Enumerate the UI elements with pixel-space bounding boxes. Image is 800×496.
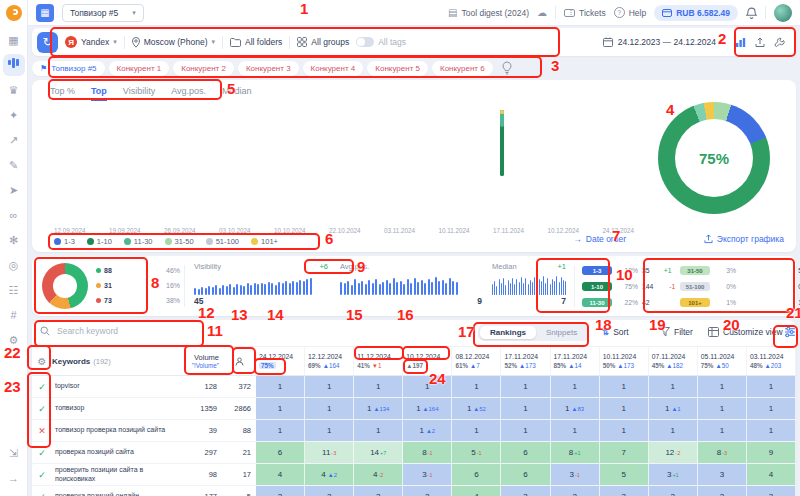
date-column-header[interactable]: 24.12.202475% (256, 347, 305, 375)
position-cell[interactable]: 3 (698, 464, 747, 485)
position-cell[interactable]: 3 (600, 486, 649, 496)
target-icon[interactable]: ◎ (3, 254, 25, 276)
position-cell[interactable]: 2 (403, 486, 452, 496)
position-cell[interactable]: 2 (256, 486, 305, 496)
position-cell[interactable]: 2 (551, 486, 600, 496)
rankings-chart-icon[interactable] (3, 54, 25, 76)
position-cell[interactable]: 1 (698, 376, 747, 397)
position-cell[interactable]: 1 (698, 398, 747, 419)
position-cell[interactable]: 8-1 (403, 442, 452, 463)
competitor-tab[interactable]: Конкурент 5 (367, 61, 428, 76)
visibility-panel[interactable]: Visibility+6 45 (194, 262, 328, 307)
position-cell[interactable]: 1▲83 (551, 398, 600, 419)
position-cell[interactable]: 8+1 (551, 442, 600, 463)
trends-icon[interactable]: ↗ (3, 129, 25, 151)
project-select[interactable]: Топвизор #5 ▾ (62, 4, 144, 22)
volume-column-header[interactable]: Volume "!Volume" (186, 347, 222, 375)
position-cell[interactable]: 14+7 (354, 442, 403, 463)
help-link[interactable]: ? Help (614, 7, 646, 18)
chart-tab[interactable]: Top % (50, 86, 75, 101)
position-bucket-row[interactable]: 1-1075%144-1 (582, 279, 648, 294)
search-input[interactable] (55, 325, 185, 337)
position-cell[interactable]: 4-2 (354, 464, 403, 485)
date-range-picker[interactable]: 24.12.2023 — 24.12.2024 (603, 37, 716, 47)
position-cell[interactable]: 4 (256, 464, 305, 485)
position-cell[interactable]: 1 (501, 420, 550, 441)
keyword-cell[interactable]: проверка позиций сайта (52, 442, 186, 463)
notifications-bell-icon[interactable] (746, 7, 757, 19)
position-cell[interactable]: 3-1 (551, 464, 600, 485)
ideas-icon[interactable]: ✦ (3, 104, 25, 126)
tickets-link[interactable]: Tickets (564, 8, 606, 18)
position-cell[interactable]: 1 (452, 420, 501, 441)
position-cell[interactable]: 1 (600, 376, 649, 397)
keyword-cell[interactable]: проверить позиции сайта в поисковиках (52, 464, 186, 485)
search-engine-select[interactable]: Я Yandex ▾ (65, 36, 117, 48)
position-cell[interactable]: 1 (551, 420, 600, 441)
legend-item[interactable]: 11-30 (124, 237, 153, 246)
position-cell[interactable]: 1▲134 (354, 398, 403, 419)
notes-icon[interactable]: ✎ (3, 154, 25, 176)
project-tab[interactable]: ⚑ Топвизор #5 (32, 61, 105, 76)
position-cell[interactable]: 6 (452, 464, 501, 485)
table-row[interactable]: ✕топвизор проверка позиций сайта39881111… (32, 420, 796, 442)
competitor-tab[interactable]: Конкурент 2 (173, 61, 234, 76)
position-cell[interactable]: 1 (354, 376, 403, 397)
position-cell[interactable]: 1 (649, 376, 698, 397)
date-column-header[interactable]: 08.12.202461%▲7 (452, 347, 501, 375)
tool-digest-link[interactable]: ▤ Tool digest (2024) (448, 7, 529, 18)
position-cell[interactable]: 4▲2 (305, 464, 354, 485)
table-row[interactable]: ✓topvisor12837211111111111 (32, 376, 796, 398)
customize-view-button[interactable]: Customize view (708, 327, 783, 337)
position-cell[interactable]: 6 (501, 464, 550, 485)
date-column-header[interactable]: 17.11.202452%▲173 (501, 347, 550, 375)
competitor-tab[interactable]: Конкурент 6 (432, 61, 493, 76)
export-chart-button[interactable]: Экспорт графика (704, 234, 784, 244)
position-cell[interactable]: 1 (256, 376, 305, 397)
keywords-column-header[interactable]: Keywords (192) (52, 347, 186, 375)
position-cell[interactable]: 1 (354, 420, 403, 441)
structure-icon[interactable]: # (3, 304, 25, 326)
position-bucket-row[interactable]: 101+1%1 (680, 295, 800, 310)
position-cell[interactable]: 3 (354, 486, 403, 496)
position-cell[interactable]: 3-1 (403, 464, 452, 485)
boost-icon[interactable]: ➤ (3, 179, 25, 201)
table-row[interactable]: ✓проверить позиции сайта в поисковиках98… (32, 464, 796, 486)
legend-item[interactable]: 31-50 (165, 237, 194, 246)
date-column-header[interactable]: 12.12.202469%▲164 (305, 347, 354, 375)
position-cell[interactable]: 1 (452, 376, 501, 397)
export-icon[interactable] (755, 37, 765, 48)
date-column-header[interactable]: 07.11.202445%▲182 (649, 347, 698, 375)
avgpos-panel[interactable]: Avg.pos. 9 (340, 262, 482, 307)
toggle-switch[interactable] (356, 37, 374, 47)
date-column-header[interactable]: 05.11.202475%▲50 (698, 347, 747, 375)
position-cell[interactable]: 1 (305, 376, 354, 397)
position-cell[interactable]: 1 (551, 376, 600, 397)
position-cell[interactable]: 1 (747, 398, 796, 419)
position-cell[interactable]: 1 (256, 398, 305, 419)
table-row[interactable]: ✓проверка позиций сайта29721611-314+78-1… (32, 442, 796, 464)
groups-select[interactable]: All groups (297, 37, 349, 47)
table-settings-button[interactable] (784, 326, 796, 338)
position-cell[interactable]: 3 (747, 486, 796, 496)
date-column-header[interactable]: 11.12.202441%▼1 (354, 347, 403, 375)
position-cell[interactable]: 9 (747, 442, 796, 463)
position-bucket-row[interactable]: 31-503%5+3 (680, 263, 800, 278)
exit-icon[interactable]: → (3, 467, 25, 489)
legend-item[interactable]: 51-100 (206, 237, 239, 246)
legend-item[interactable]: 1-3 (54, 237, 75, 246)
cloud-sync-icon[interactable]: ☁ (537, 7, 547, 18)
position-cell[interactable]: 7 (600, 442, 649, 463)
chart-tab[interactable]: Visibility (123, 86, 155, 101)
settings-gear-icon[interactable]: ⚙ (3, 329, 25, 351)
position-cell[interactable]: 1▲164 (403, 398, 452, 419)
services-icon[interactable]: ✻ (3, 229, 25, 251)
legend-item[interactable]: 101+ (251, 237, 278, 246)
position-cell[interactable]: 1 (501, 398, 550, 419)
links-icon[interactable]: ∞ (3, 204, 25, 226)
tab-rankings[interactable]: Rankings (480, 326, 536, 339)
keyword-cell[interactable]: топвизор (52, 398, 186, 419)
position-cell[interactable]: 1 (305, 398, 354, 419)
table-row[interactable]: ✓проверка позиций онлайн177522324323223 (32, 486, 796, 496)
folders-select[interactable]: All folders (230, 37, 282, 47)
